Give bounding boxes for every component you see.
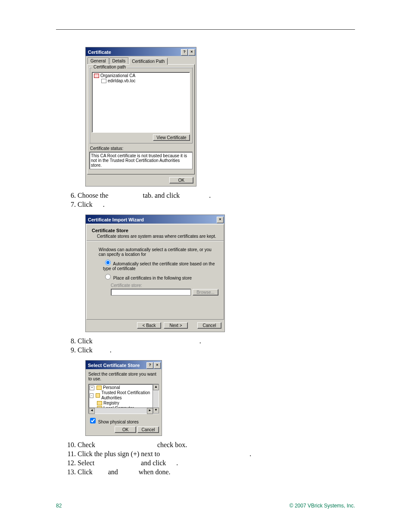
list-item: Select and click . — [78, 459, 355, 467]
dialog-titlebar: Select Certificate Store ? × — [86, 361, 162, 369]
certificate-store-input — [111, 289, 191, 296]
dialog-titlebar: Certificate Import Wizard × — [86, 215, 224, 224]
next-button[interactable]: Next > — [164, 322, 188, 329]
tab-details[interactable]: Details — [109, 57, 129, 64]
dialog-titlebar: Certificate ? × — [86, 47, 196, 56]
close-icon[interactable]: × — [154, 362, 161, 369]
copyright: © 2007 VBrick Systems, Inc. — [290, 503, 355, 509]
cancel-button[interactable]: Cancel — [197, 322, 221, 329]
instruction-list: Choose the tab. and click . Click . — [56, 192, 355, 208]
scrollbar-horizontal[interactable]: ◄ ► — [89, 408, 153, 414]
tab-general[interactable]: General — [87, 57, 109, 64]
groupbox-label: Certification path — [92, 65, 127, 69]
status-text: This CA Root certificate is not trusted … — [89, 152, 193, 169]
help-icon[interactable]: ? — [146, 362, 153, 369]
ok-button[interactable]: OK — [169, 177, 193, 184]
radio-place-all[interactable] — [105, 274, 111, 280]
tree-row[interactable]: Registry — [90, 401, 158, 406]
wizard-heading: Certificate Store — [92, 228, 218, 233]
certificate-import-wizard-dialog: Certificate Import Wizard × Certificate … — [85, 215, 225, 332]
radio-label: Place all certificates in the following … — [113, 276, 192, 280]
tab-certification-path[interactable]: Certification Path — [129, 58, 168, 65]
tree-item-label: Organizational CA — [100, 73, 135, 78]
browse-button: Browse... — [193, 289, 218, 296]
list-item: Click . — [78, 346, 355, 354]
list-item: Click the plus sign (+) next to . — [78, 450, 355, 458]
tree-item-label: Trusted Root Certification Authorities — [101, 390, 158, 401]
instruction-list: Click . Click . — [56, 337, 355, 354]
page-footer: 82 © 2007 VBrick Systems, Inc. — [56, 503, 355, 509]
dialog-title: Certificate — [88, 50, 111, 55]
cert-path-tree[interactable]: Organizational CA edirldap.vb.loc — [92, 72, 190, 133]
ok-button[interactable]: OK — [115, 426, 136, 433]
view-certificate-button[interactable]: View Certificate — [153, 134, 190, 141]
tree-row[interactable]: Organizational CA — [94, 73, 188, 78]
checkbox-label: Show physical stores — [98, 420, 139, 424]
tree-item-label: Registry — [103, 401, 119, 406]
close-icon[interactable]: × — [188, 49, 195, 56]
status-label: Certificate status: — [90, 146, 193, 151]
certificate-icon — [101, 79, 106, 83]
list-item: Check check box. — [78, 441, 355, 449]
show-physical-stores-checkbox[interactable] — [90, 418, 96, 423]
tree-item-label: edirldap.vb.loc — [108, 78, 135, 84]
wizard-subheading: Certificate stores are system areas wher… — [92, 234, 218, 239]
scroll-left-icon[interactable]: ◄ — [89, 408, 95, 414]
folder-icon — [97, 401, 102, 405]
wizard-body-text: Windows can automatically select a certi… — [92, 247, 218, 257]
tab-strip: General Details Certification Path — [86, 57, 196, 64]
dialog-title: Certificate Import Wizard — [88, 217, 144, 222]
scroll-right-icon[interactable]: ► — [147, 408, 153, 414]
list-item: Click and when done. — [78, 468, 355, 476]
expand-icon[interactable]: + — [90, 386, 94, 390]
cancel-button[interactable]: Cancel — [137, 426, 159, 433]
tree-row[interactable]: -Trusted Root Certification Authorities — [90, 390, 158, 401]
list-item: Choose the tab. and click . — [78, 192, 355, 199]
tree-row[interactable]: edirldap.vb.loc — [94, 78, 188, 84]
scrollbar-vertical[interactable]: ▲ ▼ — [153, 384, 159, 414]
header-rule — [56, 29, 355, 30]
dialog-subtitle: Select the certificate store you want to… — [88, 372, 159, 381]
page-number: 82 — [56, 503, 62, 509]
radio-label: Automatically select the certificate sto… — [103, 261, 215, 271]
dialog-title: Select Certificate Store — [88, 363, 140, 368]
scroll-down-icon[interactable]: ▼ — [153, 408, 159, 414]
list-item: Click . — [78, 337, 355, 345]
instruction-list: Check check box. Click the plus sign (+)… — [56, 441, 355, 476]
folder-icon — [96, 393, 100, 398]
back-button[interactable]: < Back — [137, 322, 161, 329]
tree-item-label: Personal — [103, 385, 120, 390]
scroll-up-icon[interactable]: ▲ — [153, 384, 159, 390]
help-icon[interactable]: ? — [181, 49, 188, 56]
close-icon[interactable]: × — [217, 217, 224, 223]
certificate-store-tree[interactable]: +Personal -Trusted Root Certification Au… — [88, 384, 159, 414]
certificate-dialog: Certificate ? × General Details Certific… — [85, 47, 196, 187]
store-label: Certificate store: — [92, 283, 218, 288]
tree-row[interactable]: +Personal — [90, 385, 158, 390]
certificate-error-icon — [94, 74, 99, 78]
collapse-icon[interactable]: - — [90, 393, 93, 398]
radio-auto-select[interactable] — [105, 260, 111, 265]
list-item: Click . — [78, 201, 355, 208]
folder-icon — [97, 386, 102, 390]
select-certificate-store-dialog: Select Certificate Store ? × Select the … — [85, 360, 162, 436]
